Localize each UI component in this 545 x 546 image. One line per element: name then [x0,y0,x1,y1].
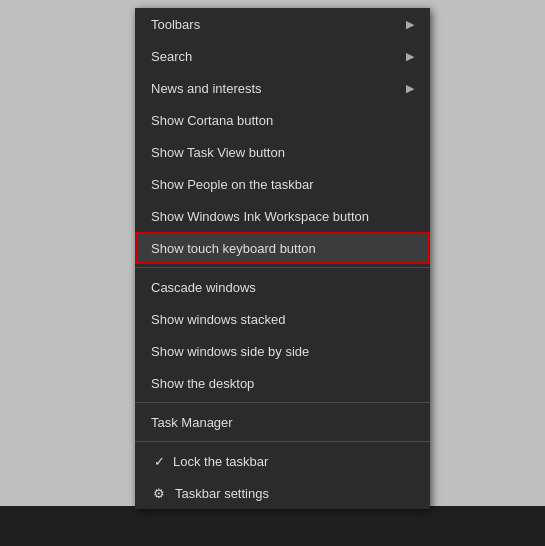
submenu-arrow-icon: ▶ [406,82,414,95]
submenu-arrow-icon: ▶ [406,50,414,63]
menu-item-show-task-view-button[interactable]: Show Task View button [135,136,430,168]
menu-separator [135,402,430,403]
menu-separator [135,267,430,268]
menu-item-toolbars[interactable]: Toolbars▶ [135,8,430,40]
check-icon: ✓ [151,454,167,469]
menu-item-label: Show windows stacked [151,312,414,327]
menu-item-label: Show Windows Ink Workspace button [151,209,414,224]
menu-item-show-cortana-button[interactable]: Show Cortana button [135,104,430,136]
menu-item-show-windows-stacked[interactable]: Show windows stacked [135,303,430,335]
menu-item-label: Lock the taskbar [173,454,414,469]
menu-item-show-windows-side-by-side[interactable]: Show windows side by side [135,335,430,367]
menu-item-label: Show the desktop [151,376,414,391]
menu-item-label: Show windows side by side [151,344,414,359]
menu-item-show-the-desktop[interactable]: Show the desktop [135,367,430,399]
submenu-arrow-icon: ▶ [406,18,414,31]
menu-item-show-people-on-taskbar[interactable]: Show People on the taskbar [135,168,430,200]
menu-item-label: Show Cortana button [151,113,414,128]
menu-item-label: Taskbar settings [175,486,414,501]
menu-item-cascade-windows[interactable]: Cascade windows [135,271,430,303]
menu-item-label: Show touch keyboard button [151,241,414,256]
menu-item-label: Task Manager [151,415,414,430]
taskbar [0,506,545,546]
menu-item-show-windows-ink[interactable]: Show Windows Ink Workspace button [135,200,430,232]
gear-icon: ⚙ [151,486,167,501]
menu-item-label: Show People on the taskbar [151,177,414,192]
menu-item-label: News and interests [151,81,406,96]
menu-item-lock-the-taskbar[interactable]: ✓Lock the taskbar [135,445,430,477]
menu-item-search[interactable]: Search▶ [135,40,430,72]
menu-item-task-manager[interactable]: Task Manager [135,406,430,438]
menu-item-label: Toolbars [151,17,406,32]
menu-item-taskbar-settings[interactable]: ⚙Taskbar settings [135,477,430,509]
menu-item-label: Search [151,49,406,64]
menu-item-show-touch-keyboard[interactable]: Show touch keyboard button [135,232,430,264]
menu-separator [135,441,430,442]
menu-item-label: Cascade windows [151,280,414,295]
context-menu: Toolbars▶Search▶News and interests▶Show … [135,8,430,509]
menu-item-news-and-interests[interactable]: News and interests▶ [135,72,430,104]
menu-item-label: Show Task View button [151,145,414,160]
